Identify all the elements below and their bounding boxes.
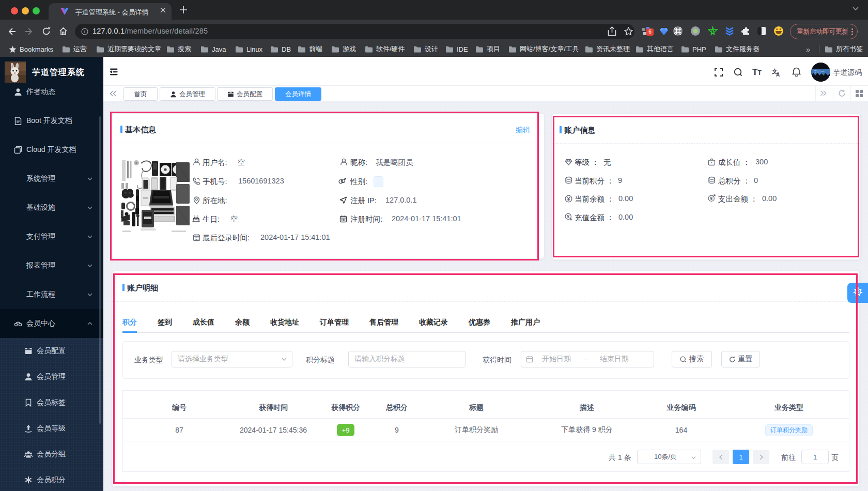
- svg-text:A: A: [776, 72, 780, 77]
- svg-text:文心一: 文心一: [814, 69, 825, 73]
